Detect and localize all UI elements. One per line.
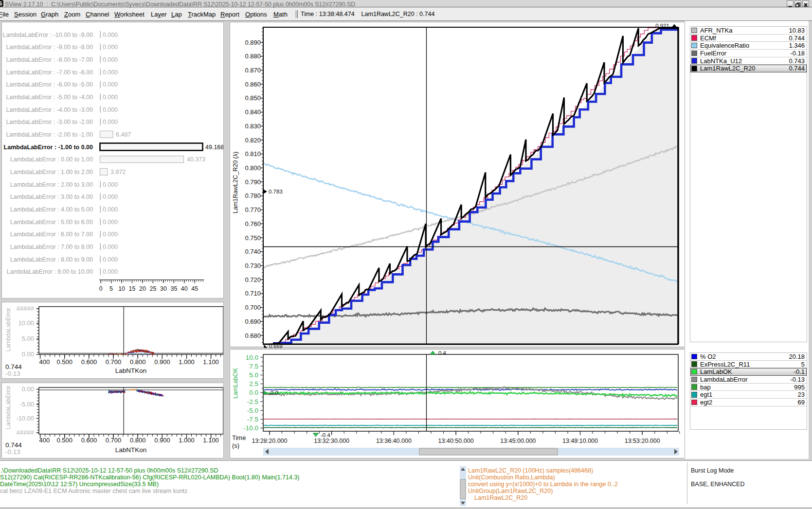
svg-text:LambdaLabError : -4.00 to -3.0: LambdaLabError : -4.00 to -3.00	[6, 106, 93, 113]
svg-text:LambdaLabError : 7.00 to 8.00: LambdaLabError : 7.00 to 8.00	[10, 244, 93, 250]
svg-text:2.5: 2.5	[249, 380, 258, 387]
svg-text:0.790: 0.790	[245, 178, 261, 186]
svg-text:0.800: 0.800	[130, 358, 146, 366]
svg-text:0.783: 0.783	[269, 189, 283, 194]
svg-text:LambdaLabError : -10.00 to -9.: LambdaLabError : -10.00 to -9.00	[2, 32, 93, 38]
svg-text:-2.5: -2.5	[247, 398, 258, 405]
svg-text:LambdaLabError : -9.00 to -8.0: LambdaLabError : -9.00 to -8.00	[6, 44, 93, 51]
svg-text:40.373: 40.373	[187, 156, 205, 163]
svg-text:-10.00: -10.00	[16, 415, 34, 422]
svg-text:0.659: 0.659	[269, 343, 283, 349]
svg-text:400: 400	[39, 358, 50, 366]
svg-text:10: 10	[118, 285, 125, 292]
svg-text:0.800: 0.800	[130, 437, 146, 444]
svg-text:0.921: 0.921	[655, 23, 669, 29]
svg-text:0.780: 0.780	[245, 192, 261, 199]
svg-text:LambdaLabError : 6.00 to 7.00: LambdaLabError : 6.00 to 7.00	[10, 231, 93, 238]
svg-text:0.000: 0.000	[103, 268, 118, 275]
svg-text:5: 5	[109, 285, 113, 292]
svg-text:LambdaLabError : 3.00 to 4.00: LambdaLabError : 3.00 to 4.00	[10, 193, 93, 200]
svg-text:13:40:50.000: 13:40:50.000	[438, 438, 474, 444]
svg-text:LambdaLabError : -6.00 to -5.0: LambdaLabError : -6.00 to -5.00	[6, 81, 93, 88]
svg-text:0.770: 0.770	[245, 206, 261, 213]
svg-text:0.000: 0.000	[103, 219, 118, 226]
svg-text:-0.4: -0.4	[321, 432, 330, 438]
svg-text:0.760: 0.760	[245, 220, 261, 228]
svg-text:13:49:10.000: 13:49:10.000	[562, 438, 598, 444]
svg-text:0.500: 0.500	[57, 358, 73, 366]
svg-text:0.4: 0.4	[438, 350, 447, 356]
svg-text:0.000: 0.000	[103, 256, 118, 263]
svg-text:LabNTKon: LabNTKon	[115, 446, 147, 454]
svg-text:0.600: 0.600	[81, 437, 97, 444]
svg-text:7.5: 7.5	[249, 363, 258, 370]
svg-text:0.000: 0.000	[103, 244, 118, 250]
svg-text:0.000: 0.000	[103, 193, 118, 200]
svg-text:0.890: 0.890	[245, 39, 261, 46]
svg-text:0.000: 0.000	[103, 231, 118, 238]
svg-text:0.000: 0.000	[103, 32, 118, 38]
svg-text:0.000: 0.000	[103, 44, 118, 51]
svg-text:45: 45	[191, 285, 198, 292]
svg-text:0.830: 0.830	[245, 123, 261, 130]
svg-text:LambdaLabError : -8.00 to -7.0: LambdaLabError : -8.00 to -7.00	[6, 56, 93, 63]
svg-text:0.850: 0.850	[245, 94, 261, 102]
svg-text:0.500: 0.500	[57, 437, 73, 444]
svg-text:0.000: 0.000	[103, 181, 118, 188]
svg-text:20: 20	[139, 285, 146, 292]
svg-text:40: 40	[181, 285, 188, 292]
svg-text:0.000: 0.000	[103, 119, 118, 125]
svg-text:5.00: 5.00	[22, 335, 34, 342]
svg-text:Time: Time	[232, 434, 246, 441]
svg-text:0.730: 0.730	[245, 262, 261, 269]
svg-text:1.100: 1.100	[203, 437, 219, 444]
svg-text:0.000: 0.000	[103, 206, 118, 213]
svg-text:25: 25	[149, 285, 156, 292]
svg-text:0.680: 0.680	[245, 332, 261, 339]
svg-text:-0.0: -0.0	[269, 390, 278, 396]
svg-text:LambdaLabError : 8.00 to 9.00: LambdaLabError : 8.00 to 9.00	[10, 256, 93, 263]
svg-text:0.700: 0.700	[106, 358, 122, 366]
svg-text:0.840: 0.840	[245, 108, 261, 116]
svg-text:LambdaLabError : 0.00 to 1.00: LambdaLabError : 0.00 to 1.00	[10, 156, 93, 163]
svg-text:0.00: 0.00	[22, 386, 34, 393]
svg-text:13:28:20.000: 13:28:20.000	[252, 438, 288, 444]
svg-text:5.0: 5.0	[249, 371, 258, 379]
svg-text:0.000: 0.000	[103, 81, 118, 88]
svg-text:-5.0: -5.0	[247, 407, 258, 414]
svg-text:1.000: 1.000	[179, 437, 195, 444]
svg-text:LambdaLabError : 2.00 to 3.00: LambdaLabError : 2.00 to 3.00	[10, 181, 93, 188]
svg-text:0.000: 0.000	[103, 106, 118, 113]
svg-text:-7.5: -7.5	[247, 416, 258, 423]
svg-text:400: 400	[39, 437, 50, 444]
svg-text:0.750: 0.750	[245, 234, 261, 242]
svg-text:0: 0	[99, 285, 103, 292]
svg-text:LambdaLabError : 4.00 to 5.00: LambdaLabError : 4.00 to 5.00	[10, 206, 93, 213]
svg-text:LambdaLabError : -3.00 to -2.0: LambdaLabError : -3.00 to -2.00	[6, 119, 93, 125]
svg-text:0.00: 0.00	[22, 351, 34, 358]
svg-text:LambdaLabError : 9.00 to 10.00: LambdaLabError : 9.00 to 10.00	[7, 268, 93, 275]
svg-text:10.0: 10.0	[246, 354, 258, 361]
svg-text:49.168: 49.168	[205, 144, 223, 151]
svg-text:#####: #####	[17, 305, 35, 312]
svg-text:0.600: 0.600	[81, 358, 97, 366]
svg-text:-5.00: -5.00	[19, 401, 34, 408]
svg-text:LambdaLabError : -5.00 to -4.0: LambdaLabError : -5.00 to -4.00	[6, 94, 93, 101]
svg-text:0.820: 0.820	[245, 137, 261, 144]
svg-text:(s): (s)	[232, 442, 239, 449]
svg-text:0.700: 0.700	[106, 437, 122, 444]
svg-text:0.000: 0.000	[103, 94, 118, 101]
svg-text:-10.0: -10.0	[243, 424, 258, 432]
svg-text:1.100: 1.100	[203, 358, 219, 366]
svg-text:0.800: 0.800	[245, 164, 261, 172]
svg-text:0.720: 0.720	[245, 276, 261, 283]
svg-text:13:36:40.000: 13:36:40.000	[376, 438, 412, 444]
svg-text:LambdaLabError : 5.00 to 6.00: LambdaLabError : 5.00 to 6.00	[10, 219, 93, 226]
svg-text:1.000: 1.000	[179, 358, 195, 366]
svg-text:0.690: 0.690	[245, 318, 261, 325]
svg-text:0.700: 0.700	[245, 304, 261, 311]
svg-text:0.710: 0.710	[245, 290, 261, 297]
svg-text:0.000: 0.000	[103, 56, 118, 63]
svg-text:0.870: 0.870	[245, 67, 261, 74]
svg-text:LabNTKon: LabNTKon	[115, 367, 147, 374]
